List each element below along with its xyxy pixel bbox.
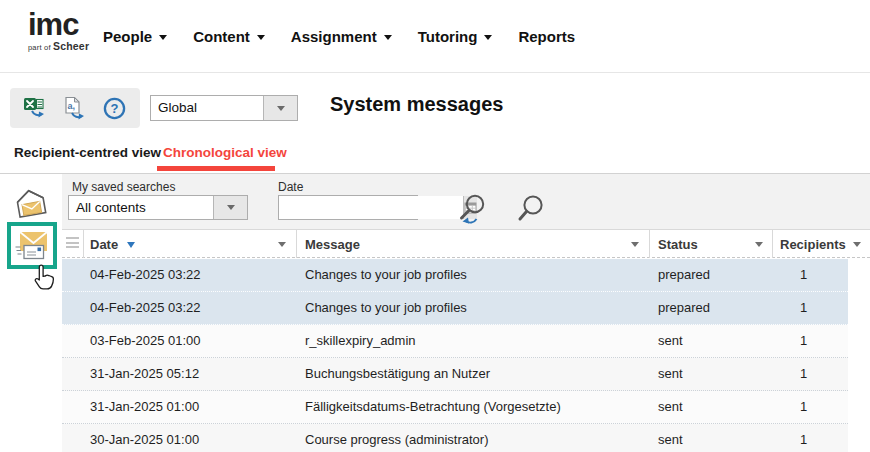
column-divider	[83, 230, 84, 258]
text-export-icon[interactable]: a,	[62, 95, 88, 121]
cell-recipients: 1	[772, 424, 848, 452]
cell-recipients: 1	[772, 259, 848, 291]
table-row[interactable]: 31-Jan-2025 05:12 Buchungsbestätigung an…	[62, 358, 848, 391]
scope-select-button[interactable]	[263, 96, 297, 120]
logo-text: imc	[28, 10, 89, 40]
cell-date: 04-Feb-2025 03:22	[62, 259, 296, 291]
cell-date: 30-Jan-2025 01:00	[62, 424, 296, 452]
main-menu: People Content Assignment Tutoring Repor…	[103, 0, 575, 72]
app-root: imc part of Scheer People Content Assign…	[0, 0, 870, 452]
table-body: 04-Feb-2025 03:22 Changes to your job pr…	[62, 259, 848, 452]
recipients-filter-caret-icon[interactable]	[853, 242, 861, 247]
column-divider	[772, 230, 773, 258]
cell-recipients: 1	[772, 325, 848, 357]
cell-date: 04-Feb-2025 03:22	[62, 292, 296, 324]
saved-searches-button[interactable]	[213, 196, 247, 219]
table-row[interactable]: 04-Feb-2025 03:22 Changes to your job pr…	[62, 259, 848, 292]
excel-export-icon[interactable]	[23, 95, 49, 121]
cell-message: r_skillexpiry_admin	[296, 325, 649, 357]
cell-message: Buchungsbestätigung an Nutzer	[296, 358, 649, 390]
cell-status: sent	[649, 358, 772, 390]
chevron-down-icon	[384, 35, 392, 40]
date-input[interactable]	[279, 196, 463, 219]
message-filter-caret-icon[interactable]	[631, 242, 639, 247]
page-title: System messages	[330, 93, 503, 116]
saved-searches-label: My saved searches	[72, 180, 175, 194]
column-header-message[interactable]: Message	[305, 230, 360, 258]
imc-logo[interactable]: imc part of Scheer	[28, 10, 89, 52]
cell-recipients: 1	[772, 292, 848, 324]
table-row[interactable]: 03-Feb-2025 01:00 r_skillexpiry_admin se…	[62, 325, 848, 358]
cell-recipients: 1	[772, 358, 848, 390]
export-toolbar: a, ?	[10, 88, 140, 128]
cell-message: Fälligkeitsdatums-Betrachtung (Vorgesetz…	[296, 391, 649, 423]
active-tab-underline	[157, 166, 275, 171]
cell-message: Course progress (administrator)	[296, 424, 649, 452]
help-icon[interactable]: ?	[101, 95, 127, 121]
cell-date: 03-Feb-2025 01:00	[62, 325, 296, 357]
recipient-view-envelope-icon[interactable]	[11, 188, 51, 225]
sort-desc-icon	[127, 242, 135, 248]
date-filter-field	[278, 195, 418, 220]
column-header-recipients[interactable]: Recipients	[780, 230, 846, 258]
column-divider	[296, 230, 297, 258]
reset-search-icon[interactable]	[452, 191, 490, 233]
tab-recipient-centred-view[interactable]: Recipient-centred view	[14, 145, 161, 160]
svg-text:?: ?	[110, 101, 118, 116]
cell-status: sent	[649, 391, 772, 423]
table-row[interactable]: 31-Jan-2025 01:00 Fälligkeitsdatums-Betr…	[62, 391, 848, 424]
chronological-view-envelope-icon[interactable]	[7, 222, 57, 269]
table-row[interactable]: 04-Feb-2025 03:22 Changes to your job pr…	[62, 292, 848, 325]
cell-status: prepared	[649, 292, 772, 324]
saved-searches-select[interactable]: All contents	[68, 195, 248, 220]
table-row[interactable]: 30-Jan-2025 01:00 Course progress (admin…	[62, 424, 848, 452]
logo-subtext: part of Scheer	[28, 40, 89, 52]
cell-message: Changes to your job profiles	[296, 292, 649, 324]
cell-date: 31-Jan-2025 01:00	[62, 391, 296, 423]
cell-status: sent	[649, 424, 772, 452]
column-divider	[649, 230, 650, 258]
cell-recipients: 1	[772, 391, 848, 423]
cell-message: Changes to your job profiles	[296, 259, 649, 291]
date-filter-label: Date	[278, 180, 303, 194]
table-header: Date Message Status Recipients	[62, 229, 870, 258]
nav-item-content[interactable]: Content	[193, 28, 265, 45]
chevron-down-icon	[484, 35, 492, 40]
svg-text:a,: a,	[67, 100, 75, 110]
scope-select-value: Global	[151, 96, 263, 120]
cell-status: sent	[649, 325, 772, 357]
nav-item-people[interactable]: People	[103, 28, 167, 45]
scope-select[interactable]: Global	[150, 95, 298, 121]
nav-item-assignment[interactable]: Assignment	[291, 28, 392, 45]
saved-searches-value: All contents	[69, 196, 213, 219]
chevron-down-icon	[277, 106, 285, 111]
search-icon[interactable]	[516, 193, 548, 231]
status-filter-caret-icon[interactable]	[755, 242, 763, 247]
tab-chronological-view[interactable]: Chronological view	[163, 145, 287, 160]
nav-item-reports[interactable]: Reports	[518, 28, 575, 45]
date-filter-caret-icon[interactable]	[278, 242, 286, 247]
cell-date: 31-Jan-2025 05:12	[62, 358, 296, 390]
table-menu-icon[interactable]	[66, 237, 79, 251]
nav-item-tutoring[interactable]: Tutoring	[418, 28, 493, 45]
chevron-down-icon	[257, 35, 265, 40]
column-header-status[interactable]: Status	[658, 230, 698, 258]
top-nav: imc part of Scheer People Content Assign…	[0, 0, 870, 73]
column-header-date[interactable]: Date	[90, 230, 135, 258]
cell-status: prepared	[649, 259, 772, 291]
chevron-down-icon	[159, 35, 167, 40]
chevron-down-icon	[227, 205, 235, 210]
